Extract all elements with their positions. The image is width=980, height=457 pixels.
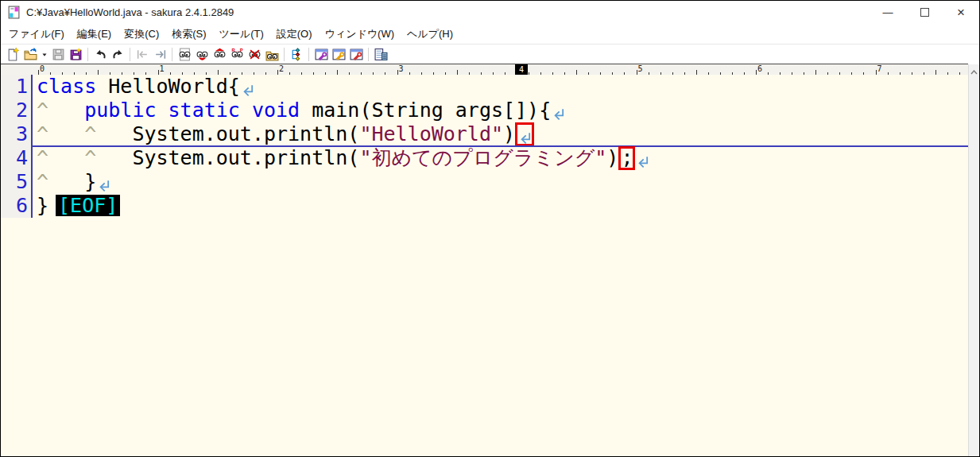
tab-mark: ^ (37, 170, 84, 194)
code-segment-plain: HelloWorld{ (96, 75, 240, 98)
redo-icon[interactable] (110, 47, 126, 62)
undo-icon[interactable] (93, 47, 108, 62)
line-number: 6 (1, 194, 33, 218)
toolbar-separator (308, 48, 309, 61)
editor-text-area[interactable]: 1class HelloWorld{2^public static void m… (1, 75, 968, 456)
open-file-icon[interactable] (23, 47, 38, 62)
code-segment-plain: ; (621, 146, 633, 170)
toolbar-separator (284, 48, 285, 61)
app-icon (7, 6, 21, 19)
menu-item[interactable]: ファイル(F) (2, 24, 71, 44)
return-mark-icon (517, 122, 532, 146)
toolbar-separator (368, 48, 369, 61)
search-icon[interactable] (177, 47, 192, 62)
code-line: 4^^System.out.println("初めてのプログラミング"); (1, 146, 968, 170)
code-segment-plain: } (37, 194, 48, 217)
menu-item[interactable]: 設定(O) (270, 24, 319, 44)
file-settings-icon[interactable] (349, 47, 364, 62)
toolbar-separator (130, 48, 130, 61)
code-line-text: ^^System.out.println("初めてのプログラミング"); (33, 146, 649, 170)
tab-mark: ^ (37, 146, 84, 170)
type-settings-icon[interactable] (314, 47, 329, 62)
jump-forward-icon[interactable] (153, 47, 168, 62)
code-line: 5^} (1, 170, 968, 194)
close-button[interactable]: × (943, 1, 979, 24)
grep-icon[interactable] (265, 47, 280, 62)
menu-item[interactable]: 変換(C) (118, 24, 165, 44)
code-segment-string: "HelloWorld" (359, 122, 503, 145)
ruler-number: 2 (279, 64, 284, 73)
code-line: 2^public static void main(String args[])… (1, 99, 968, 122)
code-line-text: }[EOF] (33, 194, 120, 218)
ruler-number: 6 (757, 64, 762, 73)
code-segment-keyword: public static void (84, 99, 312, 122)
ruler-caret-column-marker: 4 (515, 64, 528, 75)
toolbar-separator (87, 48, 88, 61)
line-number: 2 (1, 99, 33, 122)
return-mark-icon (96, 170, 110, 194)
vertical-scrollbar[interactable] (968, 64, 979, 456)
code-line: 3^^System.out.println("HelloWorld") (1, 122, 968, 146)
tab-mark: ^ (37, 122, 84, 146)
scrollbar-up-icon[interactable] (969, 67, 979, 78)
toolbar-separator (172, 48, 172, 61)
window-title: C:¥Java¥HelloWorld.java - sakura 2.4.1.2… (26, 6, 234, 18)
return-mark-icon (551, 99, 565, 122)
menu-bar: ファイル(F)編集(E)変換(C)検索(S)ツール(T)設定(O)ウィンドウ(W… (1, 24, 979, 45)
line-number: 3 (1, 122, 33, 146)
code-line: 6}[EOF] (1, 194, 968, 218)
code-line-text: ^} (33, 170, 110, 194)
code-segment-plain: System.out.println( (132, 122, 359, 145)
code-line-text: ^^System.out.println("HelloWorld") (33, 122, 534, 146)
ruler-number: 0 (40, 64, 45, 73)
save-as-icon[interactable] (68, 47, 83, 62)
code-segment-plain: } (84, 170, 96, 193)
code-segment-plain: main(String args[]){ (312, 99, 551, 122)
line-number: 5 (1, 170, 33, 194)
menu-item[interactable]: 編集(E) (71, 24, 118, 44)
code-line-text: class HelloWorld{ (33, 75, 254, 99)
tab-mark: ^ (84, 146, 132, 170)
clear-find-icon[interactable] (247, 47, 262, 62)
toolbar: R→P (1, 45, 979, 64)
menu-item[interactable]: ツール(T) (213, 24, 270, 44)
tab-mark: ^ (37, 99, 84, 122)
outline-icon[interactable] (289, 47, 304, 62)
ruler-number: 3 (399, 64, 404, 73)
jump-back-icon[interactable] (135, 47, 150, 62)
save-icon[interactable] (51, 47, 66, 62)
menu-item[interactable]: ウィンドウ(W) (319, 24, 401, 44)
app-window: C:¥Java¥HelloWorld.java - sakura 2.4.1.2… (0, 0, 980, 457)
line-number: 4 (1, 146, 33, 170)
title-bar: C:¥Java¥HelloWorld.java - sakura 2.4.1.2… (1, 1, 979, 24)
ruler-number: 1 (160, 64, 165, 73)
replace-icon[interactable]: R→P (230, 47, 245, 62)
line-number: 1 (1, 75, 33, 99)
menu-item[interactable]: 検索(S) (165, 24, 212, 44)
return-mark-icon (240, 75, 254, 99)
code-segment-plain: ) (503, 122, 515, 145)
code-line-text: ^public static void main(String args[]){ (33, 99, 565, 122)
find-next-icon[interactable] (212, 47, 227, 62)
annotation-box (515, 122, 534, 146)
ruler-number: 5 (638, 64, 643, 73)
column-ruler: 01234567 (1, 64, 968, 75)
find-icon[interactable] (195, 47, 210, 62)
menu-item[interactable]: ヘルプ(H) (401, 24, 459, 44)
tab-mark: ^ (84, 122, 132, 146)
maximize-button[interactable] (906, 1, 943, 24)
ruler-number: 7 (877, 64, 882, 73)
window-controls: — × (870, 1, 979, 24)
code-segment-string: "初めてのプログラミング" (359, 146, 606, 169)
eof-marker: [EOF] (56, 195, 120, 216)
special-chars-icon[interactable] (374, 47, 389, 62)
common-settings-icon[interactable] (331, 47, 347, 62)
code-segment-keyword: class (37, 75, 96, 98)
new-file-icon[interactable] (6, 47, 21, 62)
code-segment-plain: System.out.println( (132, 146, 359, 169)
code-line: 1class HelloWorld{ (1, 75, 968, 99)
code-segment-plain: ) (606, 146, 618, 169)
return-mark-icon (635, 146, 649, 170)
minimize-button[interactable]: — (870, 1, 906, 24)
open-dropdown-icon[interactable] (41, 47, 48, 62)
